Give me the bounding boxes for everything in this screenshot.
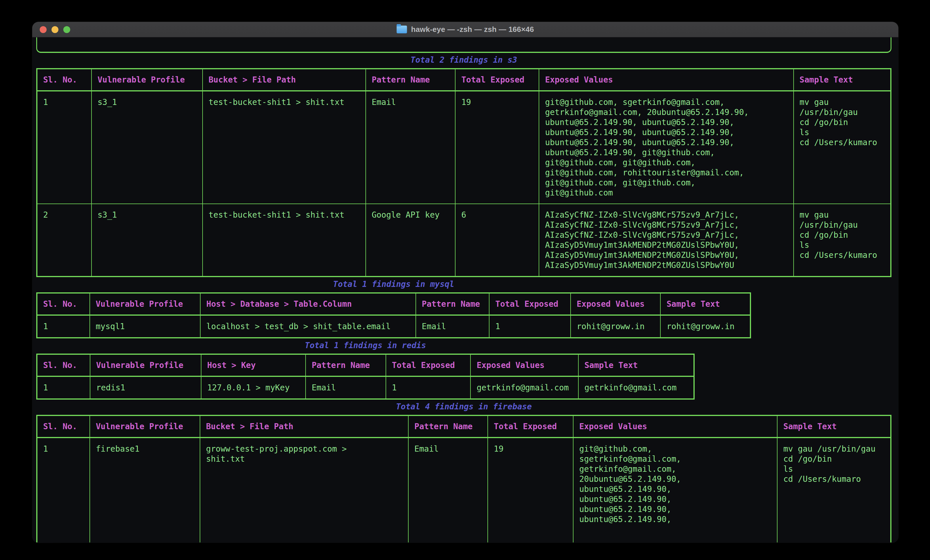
finding-cell: 1 — [489, 315, 571, 338]
mysql-findings-section: Total 1 findings in mysql Sl. No.Vulnera… — [36, 279, 751, 338]
firebase-findings-table: Sl. No.Vulnerable ProfileBucket > File P… — [36, 415, 892, 542]
finding-cell: 1 — [37, 437, 90, 542]
terminal-window: hawk-eye — -zsh — zsh — 166×46 Total 2 f… — [32, 22, 898, 543]
section-title-redis: Total 1 findings in redis — [36, 341, 694, 350]
section-title-firebase: Total 4 findings in firebase — [36, 402, 892, 412]
finding-cell: 127.0.0.1 > myKey — [201, 376, 306, 399]
column-header: Exposed Values — [470, 354, 578, 376]
s3-findings-section: Total 2 findings in s3 Sl. No.Vulnerable… — [36, 55, 892, 277]
redis-findings-table: Sl. No.Vulnerable ProfileHost > KeyPatte… — [36, 354, 694, 400]
finding-cell: firebase1 — [90, 437, 200, 542]
titlebar-center: hawk-eye — -zsh — zsh — 166×46 — [397, 22, 534, 37]
finding-cell: groww-test-proj.appspot.com > shit.txt — [200, 437, 408, 542]
finding-cell: 1 — [37, 91, 91, 204]
column-header: Exposed Values — [571, 293, 661, 315]
finding-cell: getrkinfo@gmail.com — [470, 376, 578, 399]
finding-cell: test-bucket-shit1 > shit.txt — [203, 204, 366, 276]
header-row: Sl. No.Vulnerable ProfileBucket > File P… — [37, 69, 891, 91]
finding-cell: s3_1 — [91, 204, 203, 276]
column-header: Vulnerable Profile — [91, 69, 203, 91]
column-header: Sl. No. — [37, 416, 90, 437]
finding-cell: 1 — [37, 315, 90, 338]
column-header: Sample Text — [777, 416, 891, 437]
window-title: hawk-eye — -zsh — zsh — 166×46 — [411, 25, 534, 34]
column-header: Total Exposed — [386, 354, 471, 376]
finding-cell: mv gau /usr/bin/gau cd /go/bin ls cd /Us… — [794, 204, 891, 276]
finding-cell: git@github.com, sgetrkinfo@gmail.com, ge… — [573, 437, 777, 542]
column-header: Bucket > File Path — [203, 69, 366, 91]
minimize-button[interactable] — [51, 26, 59, 33]
previous-table-bottom-border — [36, 37, 892, 53]
finding-cell: Email — [306, 376, 386, 399]
column-header: Host > Key — [201, 354, 306, 376]
finding-cell: mysql1 — [90, 315, 200, 338]
finding-cell: mv gau /usr/bin/gau cd /go/bin ls cd /Us… — [794, 91, 891, 204]
finding-cell: 19 — [455, 91, 539, 204]
column-header: Pattern Name — [306, 354, 386, 376]
terminal-content: Total 2 findings in s3 Sl. No.Vulnerable… — [32, 37, 898, 542]
header-row: Sl. No.Vulnerable ProfileHost > KeyPatte… — [37, 354, 694, 376]
finding-cell: rohit@groww.in — [571, 315, 661, 338]
header-row: Sl. No.Vulnerable ProfileHost > Database… — [37, 293, 750, 315]
column-header: Sample Text — [661, 293, 750, 315]
column-header: Vulnerable Profile — [90, 293, 200, 315]
column-header: Vulnerable Profile — [90, 354, 201, 376]
finding-cell: mv gau /usr/bin/gau cd /go/bin ls cd /Us… — [777, 437, 891, 542]
finding-cell: Email — [416, 315, 489, 338]
section-title-mysql: Total 1 findings in mysql — [36, 279, 751, 289]
finding-row: 1redis1127.0.0.1 > myKeyEmail1getrkinfo@… — [37, 376, 694, 399]
finding-cell: test-bucket-shit1 > shit.txt — [203, 91, 366, 204]
column-header: Total Exposed — [488, 416, 573, 437]
column-header: Total Exposed — [489, 293, 571, 315]
column-header: Sample Text — [578, 354, 694, 376]
finding-cell: Google API key — [366, 204, 456, 276]
finding-cell: rohit@groww.in — [661, 315, 750, 338]
finding-cell: 1 — [386, 376, 471, 399]
column-header: Total Exposed — [455, 69, 539, 91]
finding-cell: 19 — [488, 437, 573, 542]
mysql-findings-table: Sl. No.Vulnerable ProfileHost > Database… — [36, 292, 751, 338]
column-header: Pattern Name — [366, 69, 456, 91]
zoom-button[interactable] — [63, 26, 70, 33]
finding-cell: git@github.com, sgetrkinfo@gmail.com, ge… — [539, 91, 793, 204]
redis-findings-section: Total 1 findings in redis Sl. No.Vulnera… — [36, 341, 694, 400]
finding-cell: Email — [408, 437, 488, 542]
section-title-s3: Total 2 findings in s3 — [36, 55, 892, 65]
column-header: Pattern Name — [408, 416, 488, 437]
close-button[interactable] — [40, 26, 47, 33]
column-header: Host > Database > Table.Column — [200, 293, 416, 315]
finding-cell: Email — [366, 91, 456, 204]
finding-row: 1firebase1groww-test-proj.appspot.com > … — [37, 437, 891, 542]
finding-cell: redis1 — [90, 376, 201, 399]
column-header: Pattern Name — [416, 293, 489, 315]
column-header: Sl. No. — [37, 293, 90, 315]
column-header: Exposed Values — [573, 416, 777, 437]
folder-icon — [397, 26, 407, 33]
finding-cell: 6 — [455, 204, 539, 276]
column-header: Sl. No. — [37, 354, 90, 376]
header-row: Sl. No.Vulnerable ProfileBucket > File P… — [37, 416, 891, 437]
window-controls — [32, 26, 70, 33]
window-titlebar[interactable]: hawk-eye — -zsh — zsh — 166×46 — [32, 22, 898, 37]
finding-row: 1mysql1localhost > test_db > shit_table.… — [37, 315, 750, 338]
s3-findings-table: Sl. No.Vulnerable ProfileBucket > File P… — [36, 68, 892, 277]
finding-cell: 2 — [37, 204, 91, 276]
finding-cell: localhost > test_db > shit_table.email — [200, 315, 416, 338]
finding-cell: getrkinfo@gmail.com — [578, 376, 694, 399]
finding-row: 1s3_1test-bucket-shit1 > shit.txtEmail19… — [37, 91, 891, 204]
column-header: Bucket > File Path — [200, 416, 408, 437]
finding-cell: 1 — [37, 376, 90, 399]
column-header: Sample Text — [794, 69, 891, 91]
column-header: Vulnerable Profile — [90, 416, 200, 437]
column-header: Exposed Values — [539, 69, 793, 91]
finding-cell: s3_1 — [91, 91, 203, 204]
column-header: Sl. No. — [37, 69, 91, 91]
finding-row: 2s3_1test-bucket-shit1 > shit.txtGoogle … — [37, 204, 891, 276]
firebase-findings-section: Total 4 findings in firebase Sl. No.Vuln… — [36, 402, 892, 542]
finding-cell: AIzaSyCfNZ-IZx0-SlVcVg8MCr575zv9_Ar7jLc,… — [539, 204, 793, 276]
